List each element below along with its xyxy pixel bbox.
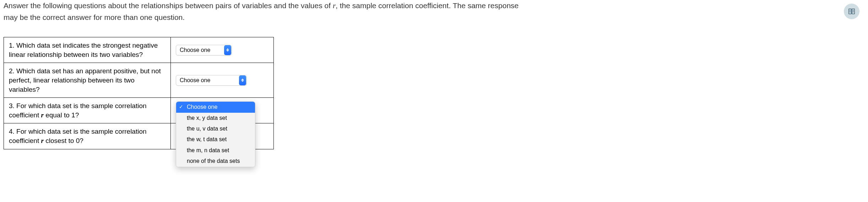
svg-rect-1	[852, 9, 855, 14]
dropdown-option-uv[interactable]: the u, v data set	[176, 123, 255, 134]
book-open-icon	[848, 7, 856, 15]
ebook-icon-button[interactable]	[844, 4, 859, 19]
dropdown-option-wt[interactable]: the w, t data set	[176, 134, 255, 145]
answer-3-dropdown-open[interactable]: ✓ Choose one the x, y data set the u, v …	[176, 101, 255, 167]
instructions-line1-suffix: , the sample correlation coefficient. Th…	[336, 1, 519, 10]
dropdown-option-choose-one[interactable]: ✓ Choose one	[176, 102, 255, 112]
svg-rect-0	[849, 9, 851, 14]
dropdown-option-xy[interactable]: the x, y data set	[176, 113, 255, 123]
instructions-line2: may be the correct answer for more than …	[4, 13, 185, 21]
answer-1-cell: Choose one	[171, 37, 274, 63]
answer-2-cell: Choose one	[171, 63, 274, 98]
dropdown-option-mn[interactable]: the m, n data set	[176, 145, 255, 156]
table-row: 2. Which data set has an apparent positi…	[4, 63, 274, 98]
chevron-up-down-icon	[239, 75, 246, 85]
table-row: 3. For which data set is the sample corr…	[4, 98, 274, 123]
instructions-line1-prefix: Answer the following questions about the…	[4, 1, 333, 10]
dropdown-option-none[interactable]: none of the data sets	[176, 156, 255, 166]
questions-table: 1. Which data set indicates the stronges…	[4, 37, 274, 149]
answer-1-select[interactable]: Choose one	[176, 45, 232, 55]
question-4-text: 4. For which data set is the sample corr…	[4, 123, 171, 149]
question-1-text: 1. Which data set indicates the stronges…	[4, 37, 171, 63]
instructions-text: Answer the following questions about the…	[0, 0, 868, 30]
question-3-text: 3. For which data set is the sample corr…	[4, 98, 171, 123]
table-row: 1. Which data set indicates the stronges…	[4, 37, 274, 63]
answer-2-select[interactable]: Choose one	[176, 75, 247, 86]
select-label: Choose one	[180, 47, 215, 53]
r-symbol: r	[333, 1, 336, 10]
answer-3-cell: ✓ Choose one the x, y data set the u, v …	[171, 98, 274, 123]
chevron-up-down-icon	[224, 45, 231, 55]
question-2-text: 2. Which data set has an apparent positi…	[4, 63, 171, 98]
select-label: Choose one	[180, 77, 215, 84]
check-icon: ✓	[179, 104, 183, 111]
